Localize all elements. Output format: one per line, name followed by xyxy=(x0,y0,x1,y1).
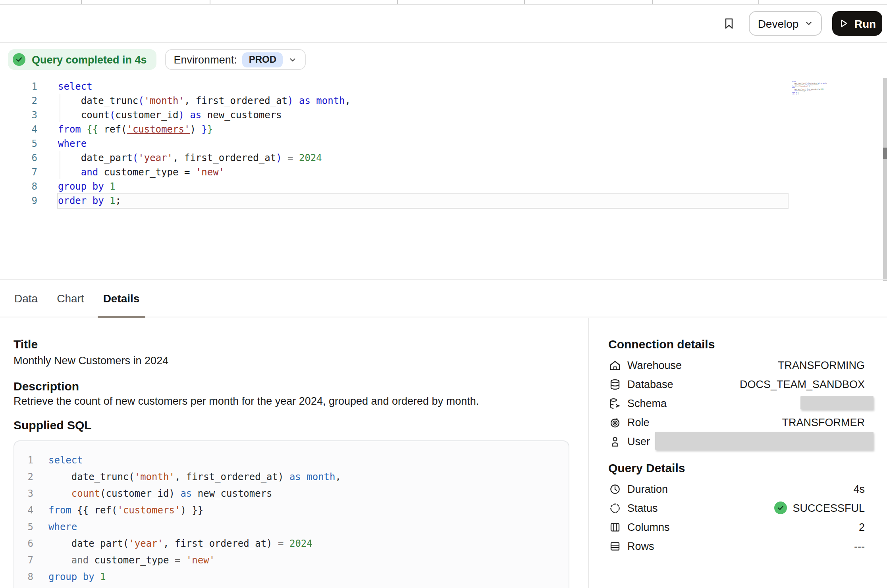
connection-row-warehouse: Warehouse TRANSFORMING xyxy=(608,355,887,375)
code-line: 6 date_part('year', first_ordered_at) = … xyxy=(14,536,569,552)
line-number: 7 xyxy=(14,552,33,569)
connection-row-role: Role TRANSFORMER xyxy=(608,413,887,432)
line-number: 2 xyxy=(14,469,33,486)
bookmark-button[interactable] xyxy=(719,14,739,33)
details-left-column: Title Monthly New Customers in 2024 Desc… xyxy=(0,318,588,588)
redacted-value xyxy=(800,396,874,409)
warehouse-icon xyxy=(608,359,621,371)
code-line[interactable]: 1select xyxy=(0,79,887,94)
code-line[interactable]: 2 date_trunc('month', first_ordered_at) … xyxy=(0,94,887,108)
row-value: TRANSFORMER xyxy=(782,416,865,428)
redacted-value xyxy=(655,432,874,450)
browser-tab-strip xyxy=(0,0,887,5)
row-label: Rows xyxy=(627,540,654,552)
code-line: 2 date_trunc('month', first_ordered_at) … xyxy=(14,469,569,486)
row-value: DOCS_TEAM_SANDBOX xyxy=(740,378,865,390)
tab-separator xyxy=(397,0,398,4)
row-label: Schema xyxy=(627,397,667,409)
line-number: 4 xyxy=(0,122,37,136)
line-number: 1 xyxy=(14,452,33,469)
query-details-heading: Query Details xyxy=(608,462,887,474)
duration-icon xyxy=(608,482,621,495)
line-number: 3 xyxy=(14,486,33,502)
row-value: 4s xyxy=(853,483,865,495)
tab-separator xyxy=(758,0,759,4)
row-label: Columns xyxy=(627,521,670,533)
query-row-rows: Rows --- xyxy=(608,536,887,555)
editor-scrollbar[interactable] xyxy=(883,78,887,281)
code-line[interactable]: 9order by 1; xyxy=(0,194,887,208)
row-value: 2 xyxy=(859,521,865,533)
schema-icon xyxy=(608,397,621,409)
row-value: SUCCESSFUL xyxy=(793,502,865,514)
row-label: Warehouse xyxy=(627,359,682,371)
environment-value-badge: PROD xyxy=(243,52,283,67)
tab-separator xyxy=(524,0,525,4)
code-line[interactable]: 3 count(customer_id) as new_customers xyxy=(0,108,887,122)
connection-details-heading: Connection details xyxy=(608,338,887,350)
rows-icon xyxy=(608,540,621,552)
row-label: Role xyxy=(627,416,650,428)
details-panel: Title Monthly New Customers in 2024 Desc… xyxy=(0,318,887,588)
code-line: 1select xyxy=(14,452,569,469)
tab-details[interactable]: Details xyxy=(103,280,140,317)
code-line: order by 1; xyxy=(792,93,833,95)
code-line[interactable]: 4from {{ ref('customers') }} xyxy=(0,122,887,136)
role-icon xyxy=(608,416,621,429)
code-line[interactable]: 6 date_part('year', first_ordered_at) = … xyxy=(0,151,887,165)
details-right-column: Connection details Warehouse TRANSFORMIN… xyxy=(588,318,887,588)
code-line[interactable]: 8group by 1 xyxy=(0,179,887,194)
environment-label: Environment: xyxy=(174,54,237,65)
tab-separator xyxy=(81,0,82,4)
run-button[interactable]: Run xyxy=(832,11,882,36)
connection-details-rows: Warehouse TRANSFORMING Database DOCS_TEA… xyxy=(608,355,887,451)
sql-editor[interactable]: 1select2 date_trunc('month', first_order… xyxy=(0,79,887,208)
code-line: 5where xyxy=(14,519,569,536)
line-number: 2 xyxy=(0,94,37,108)
line-number: 9 xyxy=(0,194,37,208)
row-value: TRANSFORMING xyxy=(778,359,865,371)
environment-dropdown[interactable]: Environment: PROD xyxy=(165,49,306,70)
query-row-status: Status SUCCESSFUL xyxy=(608,498,887,517)
chevron-down-icon xyxy=(804,19,813,28)
line-number: 8 xyxy=(14,569,33,586)
tab-chart[interactable]: Chart xyxy=(57,280,84,317)
code-line[interactable]: 5where xyxy=(0,136,887,151)
connection-row-schema: Schema xyxy=(608,394,887,413)
develop-button[interactable]: Develop xyxy=(749,11,822,36)
query-details-rows: Duration 4s Status SU xyxy=(608,479,887,555)
supplied-sql-block: 1select2 date_trunc('month', first_order… xyxy=(13,440,569,588)
line-number: 6 xyxy=(0,151,37,165)
code-line[interactable]: 7 and customer_type = 'new' xyxy=(0,165,887,179)
tab-separator xyxy=(652,0,653,4)
query-status-badge: Query completed in 4s xyxy=(8,49,156,70)
title-value: Monthly New Customers in 2024 xyxy=(13,355,569,367)
scrollbar-thumb[interactable] xyxy=(883,148,887,159)
check-circle-icon xyxy=(13,53,25,66)
query-row-columns: Columns 2 xyxy=(608,517,887,536)
line-number: 8 xyxy=(0,179,37,194)
supplied-sql-heading: Supplied SQL xyxy=(13,419,569,431)
tab-data[interactable]: Data xyxy=(14,280,38,317)
tab-separator xyxy=(210,0,210,4)
check-circle-icon xyxy=(774,502,787,514)
status-icon xyxy=(608,502,621,514)
run-button-label: Run xyxy=(854,17,876,30)
app-window: Develop Run Query completed in 4s Enviro… xyxy=(0,0,887,588)
results-tab-bar: Data Chart Details xyxy=(0,280,887,317)
query-status-text: Query completed in 4s xyxy=(32,54,147,65)
row-label: Status xyxy=(627,502,658,514)
row-label: User xyxy=(627,435,650,447)
line-number: 7 xyxy=(0,165,37,179)
line-number: 6 xyxy=(14,536,33,552)
code-line: 7 and customer_type = 'new' xyxy=(14,552,569,569)
connection-row-user: User xyxy=(608,432,887,451)
editor-minimap[interactable]: select date_trunc('month', first_ordered… xyxy=(792,81,833,96)
line-number: 5 xyxy=(0,136,37,151)
row-label: Duration xyxy=(627,483,668,495)
code-line: 8group by 1 xyxy=(14,569,569,586)
description-heading: Description xyxy=(13,380,569,392)
code-line: 3 count(customer_id) as new_customers xyxy=(14,486,569,502)
code-line: 4from {{ ref('customers') }} xyxy=(14,502,569,519)
line-number: 4 xyxy=(14,502,33,519)
